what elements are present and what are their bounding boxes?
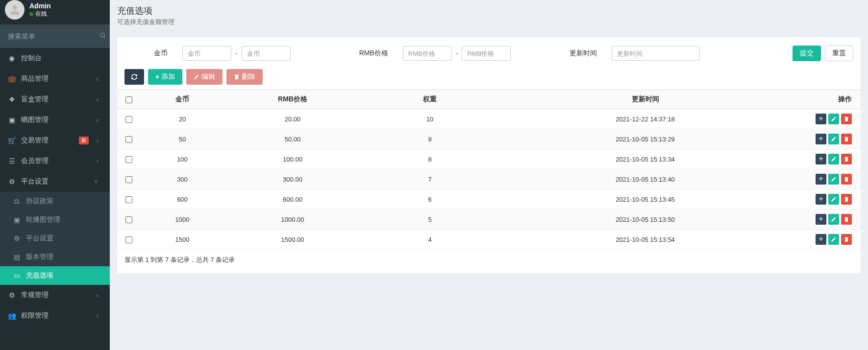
row-drag-button[interactable] [816, 114, 826, 124]
sidebar-item-4[interactable]: 🛒交易管理新‹ [0, 130, 110, 151]
sidebar-item-8[interactable]: 👥权限管理‹ [0, 305, 110, 326]
th-time[interactable]: 更新时间 [498, 90, 792, 109]
update-time-input[interactable] [612, 46, 700, 61]
scale-icon: ⚖ [12, 197, 21, 205]
row-drag-button[interactable] [816, 194, 826, 205]
toolbar: + 添加 编辑 删除 [117, 66, 861, 90]
range-sep: - [452, 49, 462, 57]
sidebar-item-7[interactable]: ⚙常规管理‹ [0, 285, 110, 305]
filter-rmb-label: RMB价格 [359, 49, 388, 58]
cog-icon: ⚙ [12, 234, 21, 242]
table-row: 100 100.00 8 2021-10-05 15:13:34 [117, 149, 861, 169]
cog-icon: ⚙ [7, 178, 16, 186]
row-delete-button[interactable] [841, 214, 852, 225]
gold-max-input[interactable] [242, 46, 291, 61]
sidebar-subitem-3[interactable]: ▤版本管理 [0, 248, 110, 266]
cell-rmb: 50.00 [224, 129, 361, 149]
cell-weight: 6 [361, 189, 498, 210]
chevron-left-icon: ‹ [93, 116, 102, 124]
cell-weight: 10 [361, 109, 498, 129]
badge-new: 新 [79, 137, 89, 144]
row-edit-button[interactable] [828, 194, 839, 205]
chevron-left-icon: ‹ [93, 75, 102, 83]
sidebar-item-label: 平台设置 [21, 177, 93, 186]
row-checkbox[interactable] [125, 196, 132, 203]
sidebar-item-2[interactable]: ❖盲盒管理‹ [0, 89, 110, 110]
card-icon: ▭ [12, 272, 21, 280]
submit-button[interactable]: 提交 [793, 46, 821, 61]
row-delete-button[interactable] [841, 154, 852, 164]
sidebar-item-3[interactable]: ▣晒图管理‹ [0, 110, 110, 130]
sidebar-item-6[interactable]: ⚙平台设置⌄ [0, 171, 110, 192]
row-drag-button[interactable] [816, 134, 826, 144]
cell-gold: 600 [141, 189, 224, 210]
search-input[interactable] [5, 29, 97, 43]
cell-gold: 1500 [141, 230, 224, 250]
cell-gold: 20 [141, 109, 224, 129]
rmb-max-input[interactable] [462, 46, 511, 61]
chevron-left-icon: ‹ [93, 157, 102, 165]
th-gold[interactable]: 金币 [141, 90, 224, 109]
cell-rmb: 1000.00 [224, 210, 361, 230]
briefcase-icon: 💼 [7, 75, 16, 83]
row-drag-button[interactable] [816, 234, 826, 245]
search-button[interactable] [97, 32, 109, 41]
row-checkbox[interactable] [125, 116, 132, 123]
sidebar-item-0[interactable]: ◉控制台 [0, 48, 110, 69]
sidebar-item-5[interactable]: ☰会员管理‹ [0, 151, 110, 171]
sidebar-subitem-4[interactable]: ▭充值选项 [0, 266, 110, 285]
file-icon: ▤ [12, 253, 21, 261]
row-checkbox[interactable] [125, 216, 132, 223]
filter-row: 金币 - RMB价格 - 更新时间 提交 重置 [117, 37, 861, 66]
chevron-left-icon: ‹ [93, 95, 102, 103]
row-checkbox[interactable] [125, 236, 132, 243]
range-sep: - [231, 49, 242, 57]
th-rmb[interactable]: RMB价格 [224, 90, 361, 109]
svg-point-0 [12, 5, 17, 10]
th-weight[interactable]: 权重 [361, 90, 498, 109]
row-edit-button[interactable] [828, 114, 839, 124]
row-delete-button[interactable] [841, 174, 852, 185]
sidebar-subitem-2[interactable]: ⚙平台设置 [0, 229, 110, 248]
row-edit-button[interactable] [828, 154, 839, 164]
row-delete-button[interactable] [841, 234, 852, 245]
sidebar-item-1[interactable]: 💼商品管理‹ [0, 69, 110, 89]
refresh-button[interactable] [124, 69, 144, 85]
sidebar-subitem-0[interactable]: ⚖协议政策 [0, 192, 110, 210]
user-status-text: 在线 [35, 10, 47, 18]
edit-button[interactable]: 编辑 [186, 69, 223, 85]
main-panel: 金币 - RMB价格 - 更新时间 提交 重置 [117, 37, 861, 273]
cell-gold: 100 [141, 149, 224, 169]
cell-time: 2021-10-05 15:13:45 [498, 189, 792, 210]
checkbox-all[interactable] [125, 96, 132, 103]
user-status: 在线 [29, 10, 51, 18]
sidebar-item-label: 充值选项 [26, 271, 102, 280]
row-edit-button[interactable] [828, 174, 839, 185]
sidebar-subitem-1[interactable]: ▣轮播图管理 [0, 210, 110, 229]
delete-button[interactable]: 删除 [226, 69, 263, 85]
users-icon: 👥 [7, 312, 16, 320]
row-drag-button[interactable] [816, 174, 826, 185]
cart-icon: 🛒 [7, 137, 16, 144]
cell-weight: 5 [361, 210, 498, 230]
row-checkbox[interactable] [125, 156, 132, 163]
row-checkbox[interactable] [125, 136, 132, 143]
row-checkbox[interactable] [125, 176, 132, 183]
row-drag-button[interactable] [816, 154, 826, 164]
row-delete-button[interactable] [841, 134, 852, 144]
row-edit-button[interactable] [828, 134, 839, 144]
cell-weight: 9 [361, 129, 498, 149]
cell-rmb: 300.00 [224, 169, 361, 189]
reset-button[interactable]: 重置 [825, 46, 853, 61]
gold-min-input[interactable] [182, 46, 231, 61]
add-button[interactable]: + 添加 [148, 69, 182, 85]
user-panel: Admin 在线 [0, 0, 110, 24]
row-delete-button[interactable] [841, 114, 852, 124]
row-drag-button[interactable] [816, 214, 826, 225]
cell-weight: 7 [361, 169, 498, 189]
rmb-min-input[interactable] [403, 46, 452, 61]
pencil-icon [194, 74, 199, 80]
row-edit-button[interactable] [828, 234, 839, 245]
row-delete-button[interactable] [841, 194, 852, 205]
row-edit-button[interactable] [828, 214, 839, 225]
